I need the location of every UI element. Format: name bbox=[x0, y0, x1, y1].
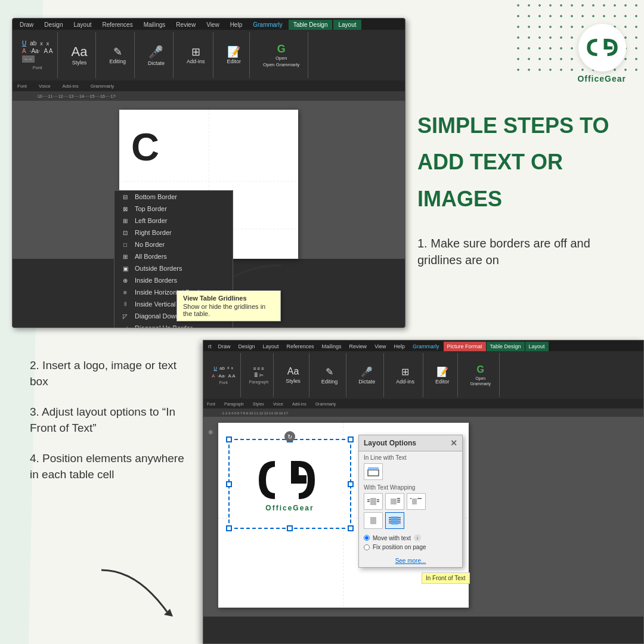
svg-rect-26 bbox=[370, 517, 376, 524]
para-label-b2: Paragraph bbox=[224, 402, 244, 406]
tab-layout2[interactable]: Layout bbox=[333, 20, 361, 30]
tab-design[interactable]: Design bbox=[39, 20, 67, 30]
step4-text: 4. Position elements anywhere in each ta… bbox=[30, 451, 191, 482]
addins-btn-b[interactable]: ⊞ Add-ins bbox=[392, 364, 418, 386]
addins-label-bar: Add-ins bbox=[63, 83, 79, 89]
styles-group-b: Aa Styles bbox=[277, 353, 309, 397]
tab-b-references[interactable]: References bbox=[283, 342, 318, 351]
svg-text:·1·2·3·4·5·6·7·8·9·10·11·12·13: ·1·2·3·4·5·6·7·8·9·10·11·12·13·14·15·16·… bbox=[221, 411, 289, 415]
addins-btn[interactable]: ⊞ Add-ins bbox=[183, 45, 209, 66]
top-section: Draw Design Layout References Mailings R… bbox=[0, 0, 644, 340]
grammarly-icon-b: G bbox=[476, 364, 484, 375]
see-more-link[interactable]: See more... bbox=[359, 555, 462, 567]
screenshot-bottom: rt Draw Design Layout References Mailing… bbox=[203, 340, 644, 644]
menu-top-border[interactable]: ⊠Top Border bbox=[114, 203, 233, 215]
tab-b-review[interactable]: Review bbox=[346, 342, 371, 351]
info-icon[interactable]: i bbox=[414, 534, 421, 541]
right-text-top: OfficeGear SIMPLE STEPS TO ADD TEXT OR I… bbox=[405, 0, 644, 340]
menu-bottom-border[interactable]: ⊟Bottom Border bbox=[114, 191, 233, 203]
styles-btn-b[interactable]: Aa Styles bbox=[282, 364, 304, 386]
voice-label-bar: Voice bbox=[39, 83, 51, 89]
layout-panel-header: Layout Options ✕ bbox=[359, 435, 462, 451]
dictate-btn[interactable]: 🎤 Dictate bbox=[144, 43, 168, 68]
menu-inside-borders[interactable]: ⊕Inside Borders bbox=[114, 274, 233, 286]
handle-ml[interactable] bbox=[226, 481, 232, 487]
grammarly-btn-b[interactable]: G Open Grammarly bbox=[466, 363, 494, 388]
radio-move-with-text[interactable]: Move with text i bbox=[364, 533, 457, 543]
tab-b-view[interactable]: View bbox=[371, 342, 389, 351]
subscript-icon: x bbox=[47, 41, 49, 47]
tab-help[interactable]: Help bbox=[225, 20, 247, 30]
tab-grammarly[interactable]: Grammarly bbox=[248, 20, 287, 30]
handle-mr[interactable] bbox=[348, 481, 354, 487]
menu-diag-up[interactable]: ◿Diagonal Up Border bbox=[114, 322, 233, 328]
font-row1: U ab x x bbox=[22, 40, 52, 47]
menu-right-border[interactable]: ⊡Right Border bbox=[114, 227, 233, 239]
tab-b-rt[interactable]: rt bbox=[206, 342, 214, 351]
title-line2: ADD TEXT OR bbox=[417, 150, 626, 174]
tab-b-help[interactable]: Help bbox=[390, 342, 408, 351]
tab-b-mailings[interactable]: Mailings bbox=[318, 342, 345, 351]
menu-no-border[interactable]: □No Border bbox=[114, 239, 233, 250]
menu-all-borders[interactable]: ⊞All Borders bbox=[114, 250, 233, 262]
align-r: ≡ bbox=[261, 366, 264, 371]
tab-layout[interactable]: Layout bbox=[69, 20, 96, 30]
tab-b-table-design[interactable]: Table Design bbox=[487, 342, 525, 351]
editor-icon-b: 📝 bbox=[436, 366, 448, 377]
wrap-opt2[interactable] bbox=[385, 493, 404, 510]
handle-tl[interactable] bbox=[226, 436, 232, 442]
ab-icon: ab bbox=[30, 40, 36, 47]
tab-mailings[interactable]: Mailings bbox=[139, 20, 171, 30]
editor-btn-b[interactable]: 📝 Editor bbox=[432, 364, 453, 386]
close-icon[interactable]: ✕ bbox=[450, 438, 457, 448]
wrapping-row1 bbox=[359, 492, 462, 511]
arrow-curve-bottom-left bbox=[89, 558, 197, 632]
tab-b-design[interactable]: Design bbox=[235, 342, 259, 351]
wrap-opt5-infront[interactable] bbox=[385, 512, 404, 529]
logo-selection: OfficeGear ↻ bbox=[230, 441, 349, 527]
tab-draw[interactable]: Draw bbox=[15, 20, 38, 30]
tab-view[interactable]: View bbox=[202, 20, 224, 30]
dictate-group-b: 🎤 Dictate bbox=[350, 353, 384, 397]
tab-review[interactable]: Review bbox=[171, 20, 200, 30]
tab-b-grammarly[interactable]: Grammarly bbox=[409, 342, 443, 351]
layout-radio-group: Move with text i Fix position on page bbox=[359, 530, 462, 555]
layout-icon[interactable]: ↻ bbox=[284, 431, 295, 442]
menu-outside-borders[interactable]: ▣Outside Borders bbox=[114, 262, 233, 274]
tab-references[interactable]: References bbox=[98, 20, 138, 30]
tab-b-layout2[interactable]: Layout bbox=[525, 342, 549, 351]
handle-bm[interactable] bbox=[287, 525, 293, 531]
bottom-section: 2. Insert a logo, image or text box 3. A… bbox=[0, 340, 644, 644]
radio-fix-input[interactable] bbox=[364, 544, 370, 550]
aa-b: ·Aa· bbox=[217, 373, 225, 379]
dictate-btn-b[interactable]: 🎤 Dictate bbox=[355, 364, 379, 386]
inline-option-btn[interactable] bbox=[364, 463, 383, 480]
font-size-icon: A A bbox=[44, 48, 52, 54]
editor-btn[interactable]: 📝 Editor bbox=[223, 45, 244, 66]
styles-btn[interactable]: Aa Styles bbox=[67, 44, 91, 67]
menu-left-border[interactable]: ⊞Left Border bbox=[114, 215, 233, 227]
radio-move-input[interactable] bbox=[364, 535, 370, 541]
tab-b-draw[interactable]: Draw bbox=[215, 342, 234, 351]
tab-table-design[interactable]: Table Design bbox=[289, 20, 333, 30]
radio-fix-position[interactable]: Fix position on page bbox=[364, 543, 457, 552]
handle-bl[interactable] bbox=[226, 525, 232, 531]
wrap-opt3[interactable] bbox=[407, 493, 426, 510]
tab-b-layout[interactable]: Layout bbox=[259, 342, 283, 351]
tab-b-picture-format[interactable]: Picture Format bbox=[444, 342, 486, 351]
editing-btn[interactable]: ✎ Editing bbox=[106, 45, 129, 66]
handle-tr[interactable] bbox=[348, 436, 354, 442]
grammarly-btn[interactable]: G Open Open Grammarly bbox=[259, 42, 303, 69]
ribbon-bottom-bar2: Font Paragraph Styles Voice Add-ins Gram… bbox=[203, 399, 643, 408]
wrap-opt4[interactable] bbox=[364, 512, 383, 529]
font-label-b2: Font bbox=[207, 402, 215, 406]
highlight-icon: A bbox=[22, 48, 26, 54]
border-icon-bottom: ⊟ bbox=[120, 194, 130, 200]
addins-icon: ⊞ bbox=[191, 47, 200, 57]
wrap-opt1[interactable] bbox=[364, 493, 383, 510]
tooltip-title: View Table Gridlines bbox=[183, 295, 274, 302]
handle-br[interactable] bbox=[348, 525, 354, 531]
svg-rect-19 bbox=[391, 499, 397, 504]
editing-btn-b[interactable]: ✎ Editing bbox=[318, 364, 342, 386]
superscript-icon: x bbox=[40, 41, 43, 47]
